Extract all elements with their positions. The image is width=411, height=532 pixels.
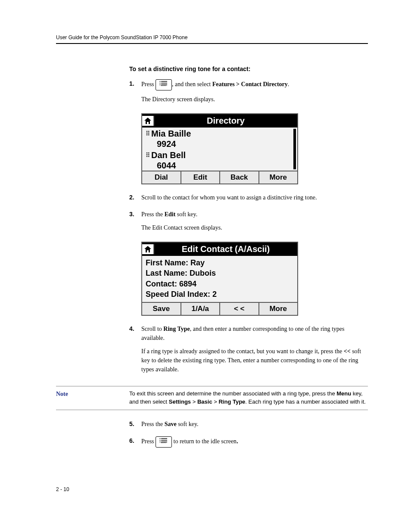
sdi-label: Speed Dial Index: <box>146 290 210 299</box>
step-number-6: 6. <box>129 436 141 445</box>
contact-entry-1: ⠿Mia Baille 9924 <box>142 128 297 149</box>
contact-entry-2: ⠿Dan Bell 6044 <box>142 149 297 171</box>
svg-point-11 <box>160 438 161 439</box>
step3-b: Edit <box>165 211 176 218</box>
contact-label: Contact: <box>146 280 177 288</box>
softkey-more-2: More <box>259 303 298 315</box>
softkey-edit: Edit <box>181 171 221 184</box>
last-name-value: Dubois <box>190 269 216 277</box>
scrollbar <box>293 129 296 169</box>
note-f: Basic <box>197 398 212 405</box>
softkey-more: More <box>259 171 298 184</box>
first-name-label: First Name: <box>146 258 188 267</box>
step1-text-a: Press <box>141 81 156 87</box>
note-e: > <box>191 398 197 405</box>
note-box: Note To exit this screen and determine t… <box>56 386 368 410</box>
first-name-value: Ray <box>190 258 205 267</box>
step-number-3: 3. <box>129 210 141 219</box>
step-number-1: 1. <box>129 79 141 88</box>
header-rule <box>56 43 368 44</box>
subheading: To set a distinctive ring tone for a con… <box>129 65 368 72</box>
note-b: Menu <box>336 390 351 397</box>
step3-c: soft key. <box>175 211 197 218</box>
softkey-backspace: < < <box>220 303 259 315</box>
directory-screen: Directory ⠿Mia Baille 9924 ⠿Dan Bell 604… <box>141 113 298 184</box>
softkey-mode: 1/A/a <box>181 303 221 315</box>
step6-c: . <box>237 438 238 445</box>
note-h: Ring Type <box>218 398 245 405</box>
directory-title: Directory <box>154 116 297 126</box>
step-number-2: 2. <box>129 193 141 202</box>
step2-text: Scroll to the contact for whom you want … <box>141 193 368 202</box>
svg-point-12 <box>160 440 161 441</box>
contact-value: 6894 <box>179 280 196 288</box>
last-name-label: Last Name: <box>146 269 187 277</box>
step-number-4: 4. <box>129 324 141 333</box>
step1-text-b: , and then select <box>172 81 212 87</box>
step1-p2: The Directory screen displays. <box>141 95 368 104</box>
note-a: To exit this screen and determine the nu… <box>129 390 336 397</box>
step5-c: soft key. <box>177 421 199 427</box>
menu-key-icon: MENU <box>156 436 172 448</box>
note-g: > <box>212 398 219 405</box>
step4-p2b: << <box>344 348 351 355</box>
step5-b: Save <box>165 421 177 427</box>
svg-point-3 <box>160 81 161 82</box>
step1-bold: Features > Contact Directory <box>212 81 288 87</box>
step6-b: to return to the idle screen <box>172 438 237 445</box>
step5-a: Press the <box>141 421 165 427</box>
note-d: Settings <box>169 398 191 405</box>
page-number: 2 - 10 <box>56 486 368 492</box>
note-label: Note <box>56 390 129 406</box>
home-icon <box>142 116 154 126</box>
svg-point-13 <box>160 442 161 442</box>
home-icon <box>142 244 154 254</box>
edit-contact-title: Edit Contact (A/Ascii) <box>154 244 297 254</box>
softkey-back: Back <box>220 171 259 184</box>
svg-point-5 <box>160 84 161 85</box>
svg-marker-7 <box>144 246 151 252</box>
step3-a: Press the <box>141 211 165 218</box>
step1-text-d: . <box>288 81 290 87</box>
step-number-5: 5. <box>129 420 141 429</box>
menu-key-icon: MENU <box>156 79 172 90</box>
sdi-value: 2 <box>212 290 217 299</box>
step4-p2a: If a ring type is already assigned to th… <box>141 348 344 355</box>
softkey-dial: Dial <box>142 171 181 184</box>
svg-point-4 <box>160 83 161 84</box>
step6-a: Press <box>141 438 156 445</box>
page-header: User Guide for the Polycom SoundStation … <box>56 34 368 40</box>
softkey-save: Save <box>142 303 181 315</box>
edit-contact-screen: Edit Contact (A/Ascii) First Name: Ray L… <box>141 242 298 316</box>
step4-b: Ring Type <box>163 326 190 332</box>
step3-p2: The Edit Contact screen displays. <box>141 223 368 232</box>
step4-a: Scroll to <box>141 326 163 332</box>
note-i: . Each ring type has a number associated… <box>245 398 366 405</box>
svg-marker-6 <box>144 118 151 124</box>
